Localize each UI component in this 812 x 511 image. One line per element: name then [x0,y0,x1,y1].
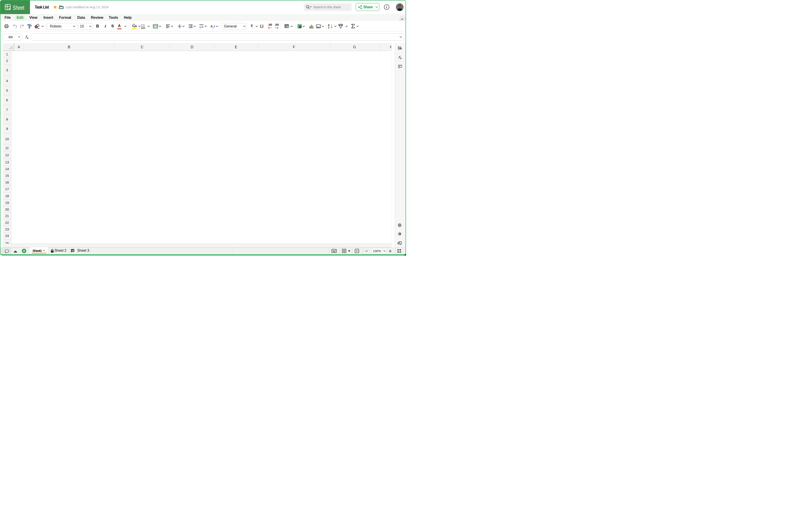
svg-text:12: 12 [71,249,74,252]
svg-text:Z: Z [328,26,329,29]
svg-text:A: A [210,25,213,28]
